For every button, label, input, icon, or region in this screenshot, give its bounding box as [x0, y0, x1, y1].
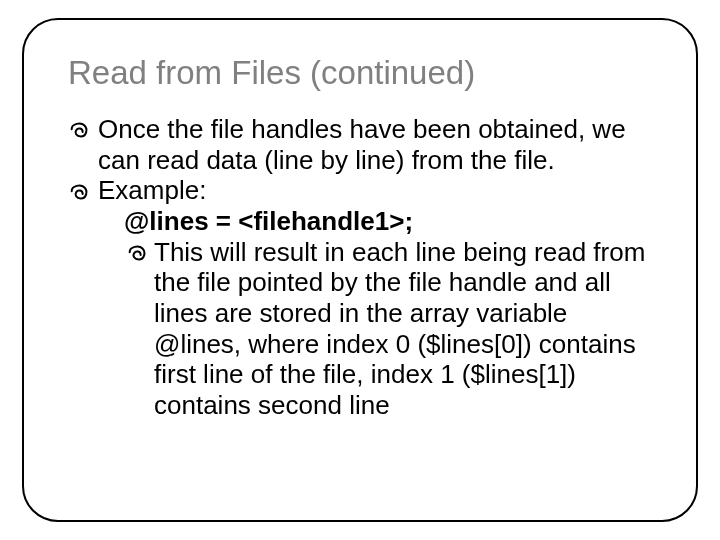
- swirl-bullet-icon: [68, 182, 90, 204]
- code-line: @lines = <filehandle1>;: [68, 206, 652, 237]
- slide-body: Once the file handles have been obtained…: [68, 114, 652, 421]
- slide-title: Read from Files (continued): [68, 54, 652, 92]
- bullet-text: This will result in each line being read…: [154, 237, 645, 420]
- swirl-bullet-icon: [68, 120, 90, 142]
- bullet-item: Example:: [68, 175, 652, 206]
- slide-frame: Read from Files (continued) Once the fil…: [22, 18, 698, 522]
- bullet-item: Once the file handles have been obtained…: [68, 114, 652, 175]
- bullet-text: Once the file handles have been obtained…: [98, 114, 626, 175]
- swirl-bullet-icon: [126, 243, 148, 265]
- slide: Read from Files (continued) Once the fil…: [0, 0, 720, 540]
- bullet-text: Example:: [98, 175, 206, 205]
- bullet-item: This will result in each line being read…: [68, 237, 652, 421]
